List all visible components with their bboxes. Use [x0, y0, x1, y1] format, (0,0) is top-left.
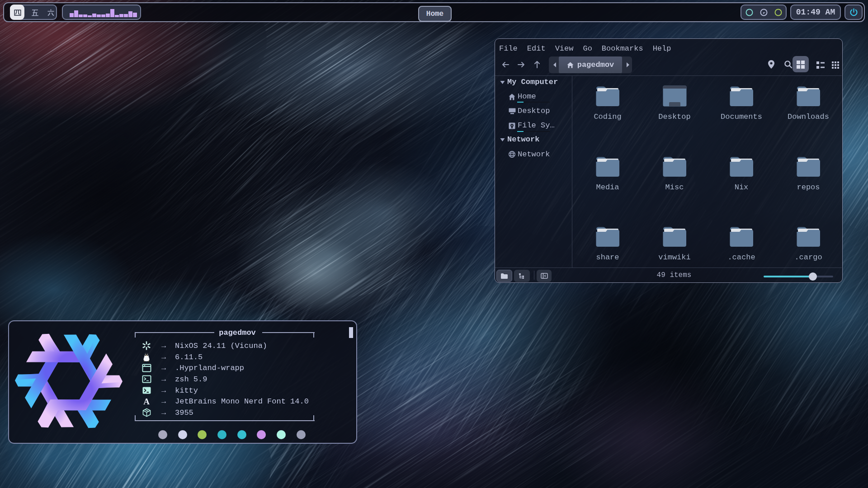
svg-text:A: A	[143, 397, 150, 406]
